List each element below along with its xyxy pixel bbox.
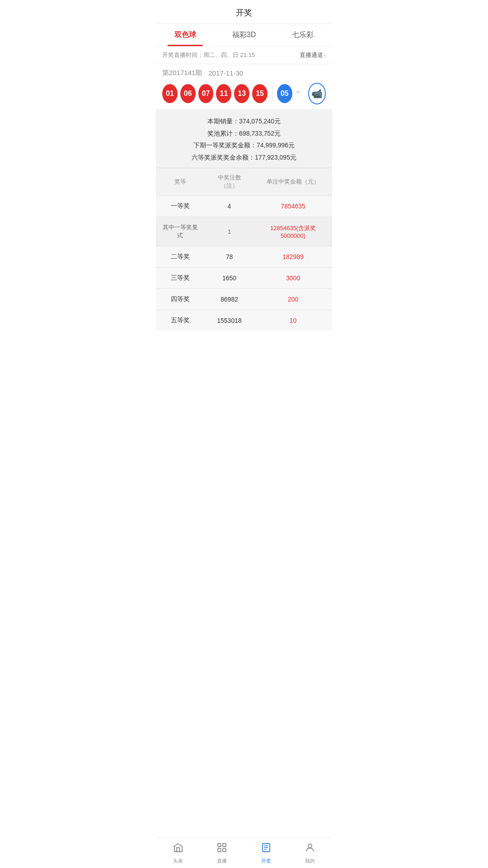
prize-amount-2: 182989 [254,246,332,268]
prize-amount-4: 200 [254,289,332,310]
sales-line3: 下期一等奖派奖金额：74,999,996元 [156,139,332,151]
live-channel-label: 直播通道 [300,51,323,59]
ball-blue-1: 05 [277,84,292,103]
page-title: 开奖 [156,0,332,24]
prize-name-2: 二等奖 [156,246,205,268]
tab-fucai3d[interactable]: 福彩3D [215,24,273,46]
table-row: 二等奖 78 182989 [156,246,332,268]
home-icon [173,842,183,856]
nav-item-lottery[interactable]: 开奖 [244,838,288,868]
nav-item-headlines[interactable]: 头条 [156,838,200,868]
live-icon [216,842,227,856]
prize-count-4: 86982 [205,289,254,310]
ball-red-2: 06 [180,84,196,103]
col-header-count: 中奖注数（注） [205,168,254,196]
prize-amount-sub: 12854635(含派奖5000000) [254,217,332,246]
issue-number: 第2017141期 [162,69,202,77]
table-header-row: 奖等 中奖注数（注） 单注中奖金额（元） [156,168,332,196]
table-row: 四等奖 86982 200 [156,289,332,310]
ball-red-1: 01 [162,84,178,103]
prize-count-sub: 1 [205,217,254,246]
table-row: 一等奖 4 7854635 [156,196,332,217]
svg-rect-0 [218,844,221,847]
ball-red-4: 11 [216,84,231,103]
table-row: 三等奖 1650 3000 [156,268,332,289]
tab-shuangseqiu[interactable]: 双色球 [156,24,215,46]
ball-red-3: 07 [198,84,214,103]
tab-bar: 双色球 福彩3D 七乐彩 [156,24,332,47]
ball-red-6: 15 [252,84,267,103]
table-row-sub: 其中一等奖复式 1 12854635(含派奖5000000) [156,217,332,246]
detail-panel: 本期销量：374,075,240元 奖池累计：698,733,752元 下期一等… [156,109,332,331]
prize-amount-5: 10 [254,310,332,331]
prize-count-5: 1553018 [205,310,254,331]
live-channel-link[interactable]: 直播通道 › [300,51,326,59]
sales-summary: 本期销量：374,075,240元 奖池累计：698,733,752元 下期一等… [156,109,332,168]
table-row: 五等奖 1553018 10 [156,310,332,331]
col-header-amount: 单注中奖金额（元） [254,168,332,196]
svg-rect-2 [223,849,226,852]
bottom-nav: 头条 直播 开奖 [156,837,332,868]
issue-row: 第2017141期 2017-11-30 [156,64,332,80]
tab-qilecai[interactable]: 七乐彩 [273,24,332,46]
prize-name-5: 五等奖 [156,310,205,331]
col-header-prize: 奖等 [156,168,205,196]
video-button[interactable]: 📹 [308,83,326,104]
nav-label-lottery: 开奖 [261,858,271,864]
sales-line2: 奖池累计：698,733,752元 [156,127,332,140]
nav-label-mine: 我的 [305,858,315,864]
svg-point-8 [308,844,312,848]
person-icon [305,842,315,856]
prize-name-1: 一等奖 [156,196,205,217]
nav-item-mine[interactable]: 我的 [288,838,333,868]
video-camera-icon: 📹 [311,88,323,99]
prize-name-3: 三等奖 [156,268,205,289]
sales-line1: 本期销量：374,075,240元 [156,115,332,127]
prize-name-4: 四等奖 [156,289,205,310]
ball-red-5: 13 [234,84,249,103]
prize-amount-1: 7854635 [254,196,332,217]
prize-count-2: 78 [205,246,254,268]
svg-rect-3 [218,849,221,852]
sales-line4: 六等奖派奖奖金余额：177,923,095元 [156,151,332,164]
prize-table: 奖等 中奖注数（注） 单注中奖金额（元） 一等奖 4 7854635 其中一等奖… [156,168,332,331]
nav-label-headlines: 头条 [173,858,183,864]
prize-amount-3: 3000 [254,268,332,289]
collapse-arrow-icon[interactable]: ⌃ [295,90,301,98]
balls-container: 01 06 07 11 13 15 05 ⌃ 📹 [156,80,332,109]
nav-label-live: 直播 [217,858,227,864]
ball-separator [272,85,272,102]
prize-name-sub: 其中一等奖复式 [156,217,205,246]
prize-count-1: 4 [205,196,254,217]
lottery-icon [261,842,272,856]
svg-rect-1 [223,844,226,847]
nav-item-live[interactable]: 直播 [200,838,244,868]
broadcast-time-label: 开奖直播时间：周二、四、日 21:15 [162,51,255,59]
chevron-right-icon: › [324,52,326,59]
issue-date: 2017-11-30 [208,69,243,77]
live-bar: 开奖直播时间：周二、四、日 21:15 直播通道 › [156,47,332,64]
prize-count-3: 1650 [205,268,254,289]
